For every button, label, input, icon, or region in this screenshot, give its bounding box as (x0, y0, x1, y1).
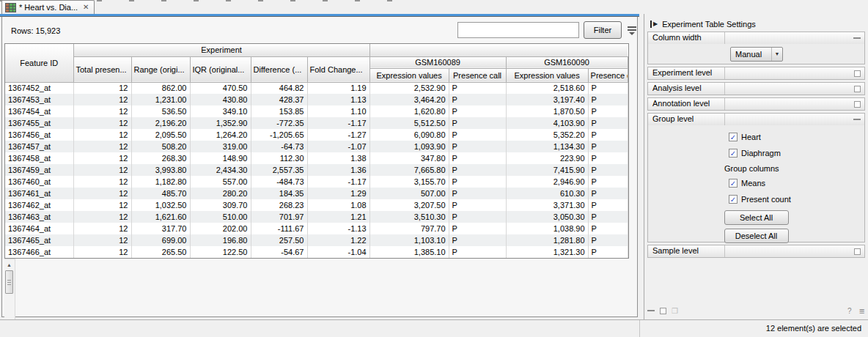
tab-bar: * Heart vs. Dia... ✕ (0, 0, 868, 14)
scroll-up-icon[interactable]: ▲ (4, 260, 14, 270)
expand-section-icon[interactable] (854, 101, 861, 108)
value-cell: 507.00 (369, 188, 449, 199)
checkbox-diaphragm[interactable]: ✓ Diaphragm (729, 148, 864, 158)
section-header-experiment-level[interactable]: Experiment level (648, 67, 864, 79)
value-cell: -1.04 (307, 246, 369, 258)
value-cell: 3,155.70 (369, 176, 449, 188)
value-cell: P (588, 94, 628, 105)
value-cell: 536.50 (131, 105, 190, 117)
value-cell: 12 (73, 246, 131, 258)
value-cell: 349.10 (190, 105, 251, 117)
value-cell: 1.21 (307, 211, 369, 223)
value-cell: -1.17 (307, 176, 369, 188)
value-cell: 317.70 (131, 223, 190, 234)
column-width-dropdown[interactable]: Manual ▼ (730, 47, 783, 62)
feature-id-cell: 1367465_at (5, 234, 73, 246)
value-cell: 430.80 (190, 94, 251, 105)
checkbox-means[interactable]: ✓ Means (729, 178, 864, 188)
value-cell: 12 (73, 211, 131, 223)
side-panel-title: Experiment Table Settings (662, 20, 756, 29)
checkbox-present-count[interactable]: ✓ Present count (729, 194, 864, 204)
vertical-scrollbar-thumb[interactable] (5, 270, 13, 294)
value-cell: 1.10 (307, 105, 369, 117)
diaphragm-checkbox-icon[interactable]: ✓ (729, 149, 738, 158)
dock-panel-icon: ❐ (672, 307, 678, 315)
value-cell: 12 (73, 117, 131, 129)
table-row[interactable]: 1367461_at12485.70280.20184.351.29507.00… (5, 188, 628, 199)
deselect-all-button[interactable]: Deselect All (724, 229, 789, 243)
value-cell: 265.50 (131, 246, 190, 258)
section-header-analysis-level[interactable]: Analysis level (648, 83, 864, 95)
expand-section-icon[interactable] (854, 248, 861, 255)
value-cell: 12 (73, 234, 131, 246)
tab-close-icon[interactable]: ✕ (81, 4, 89, 11)
expand-section-icon[interactable] (854, 70, 861, 77)
heart-checkbox-icon[interactable]: ✓ (729, 133, 738, 141)
table-row[interactable]: 1367463_at121,621.60510.00701.971.213,51… (5, 211, 628, 223)
value-cell: -1,205.65 (251, 129, 307, 141)
expand-all-icon[interactable] (660, 308, 666, 314)
panel-menu-icon[interactable]: ≣ (859, 307, 865, 315)
table-row[interactable]: 1367460_at121,182.80557.00-484.73-1.173,… (5, 176, 628, 188)
collapse-section-icon[interactable] (853, 37, 861, 39)
column-header-range[interactable]: Range (origi... (131, 56, 190, 82)
tab-heart-vs-dia[interactable]: * Heart vs. Dia... ✕ (1, 0, 95, 14)
column-header-feature-id[interactable]: Feature ID (5, 44, 73, 82)
value-cell: 2,196.20 (131, 117, 190, 129)
checkbox-heart[interactable]: ✓ Heart (729, 132, 864, 141)
expand-section-icon[interactable] (854, 86, 861, 92)
selection-status: 12 element(s) are selected (766, 324, 861, 333)
table-row[interactable]: 1367454_at12536.50349.10153.851.101,620.… (5, 105, 628, 117)
column-header-difference[interactable]: Difference (... (251, 56, 307, 82)
feature-id-cell: 1367460_at (5, 176, 73, 188)
column-header-iqr[interactable]: IQR (original... (190, 56, 251, 82)
collapse-all-icon[interactable] (647, 310, 655, 311)
means-checkbox-icon[interactable]: ✓ (729, 179, 738, 188)
table-row[interactable]: 1367459_at123,993.802,434.302,557.351.36… (5, 164, 628, 176)
value-cell: P (449, 117, 506, 129)
panel-collapse-icon[interactable]: ▶ (650, 21, 658, 28)
column-header-expression-values-1[interactable]: Expression values (369, 68, 449, 82)
filter-button[interactable]: Filter (584, 21, 622, 39)
side-panel-header[interactable]: ▶ Experiment Table Settings (647, 17, 865, 32)
table-row[interactable]: 1367462_at121,032.50309.70268.231.083,20… (5, 199, 628, 211)
table-row[interactable]: 1367457_at12508.20319.00-64.73-1.071,093… (5, 141, 628, 152)
filter-input[interactable] (457, 22, 579, 38)
value-cell: P (588, 199, 628, 211)
table-row[interactable]: 1367456_at122,095.501,264.20-1,205.65-1.… (5, 129, 628, 141)
present-count-checkbox-icon[interactable]: ✓ (729, 195, 738, 204)
value-cell: 1.08 (307, 199, 369, 211)
section-header-sample-level[interactable]: Sample level (648, 245, 864, 257)
column-header-presence-call-1[interactable]: Presence call (449, 68, 506, 82)
value-cell: 3,464.20 (369, 94, 449, 105)
dropdown-arrow-icon: ▼ (771, 48, 782, 61)
section-group-level: Group level ✓ Heart ✓ Diaphragm Group co… (647, 113, 865, 242)
collapse-section-icon[interactable] (853, 119, 861, 120)
table-row[interactable]: 1367458_at12268.30148.90112.301.38347.80… (5, 152, 628, 164)
help-icon[interactable]: ? (847, 307, 852, 315)
select-all-button[interactable]: Select All (724, 210, 789, 225)
value-cell: 112.30 (251, 152, 307, 164)
column-header-expression-values-2[interactable]: Expression values (506, 68, 588, 82)
value-cell: 122.50 (190, 246, 251, 258)
experiment-table-editor: Rows: 15,923 Filter (0, 14, 639, 319)
column-header-fold-change[interactable]: Fold Change... (307, 56, 369, 82)
advanced-filter-icon[interactable] (626, 24, 638, 36)
section-header-annotation-level[interactable]: Annotation level (648, 98, 864, 110)
value-cell: -54.67 (251, 246, 307, 258)
table-row[interactable]: 1367453_at121,231.00430.80428.371.133,46… (5, 94, 628, 105)
section-header-column-width[interactable]: Column width (648, 32, 864, 44)
value-cell: 5,512.50 (369, 117, 449, 129)
table-row[interactable]: 1367452_at12862.00470.50464.821.192,532.… (5, 82, 628, 94)
value-cell: P (588, 141, 628, 152)
table-row[interactable]: 1367465_at12699.00196.80257.501.221,103.… (5, 234, 628, 246)
experiment-table: Feature ID Experiment Total presen... Ra… (4, 43, 639, 337)
table-row[interactable]: 1367464_at12317.70202.00-111.67-1.13797.… (5, 223, 628, 234)
value-cell: P (588, 211, 628, 223)
column-header-total-present[interactable]: Total presen... (73, 56, 131, 82)
table-row[interactable]: 1367466_at12265.50122.50-54.67-1.041,385… (5, 246, 628, 258)
group-header-gsm160090: GSM160090 (506, 56, 628, 68)
section-header-group-level[interactable]: Group level (648, 114, 864, 125)
table-row[interactable]: 1367455_at122,196.201,352.90-772.35-1.17… (5, 117, 628, 129)
column-header-presence-call-2[interactable]: Presence c (588, 68, 628, 82)
